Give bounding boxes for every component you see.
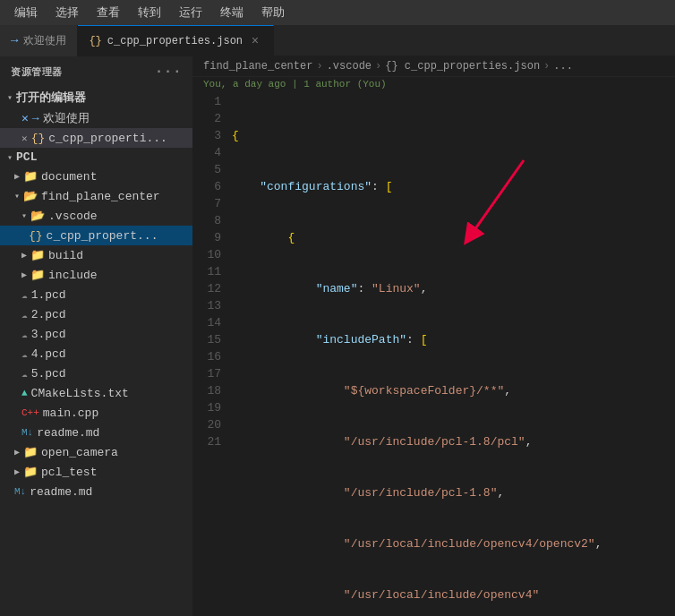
code-editor[interactable]: 12345 678910 1112131415 1617181920 21 { … bbox=[192, 93, 675, 616]
pcd3-icon: ☁ bbox=[21, 329, 28, 340]
sidebar-more-icon[interactable]: ··· bbox=[155, 64, 182, 80]
breadcrumb: find_plane_center › .vscode › {} c_cpp_p… bbox=[192, 56, 675, 77]
pcd3-label: 3.pcd bbox=[31, 328, 66, 341]
line-numbers: 12345 678910 1112131415 1617181920 21 bbox=[192, 93, 228, 616]
breadcrumb-1: find_plane_center bbox=[203, 60, 312, 73]
code-line-5: "includePath": [ bbox=[232, 331, 675, 348]
open-editors-label: 打开的编辑器 bbox=[16, 90, 86, 106]
code-content: { "configurations": [ { "name": "Linux",… bbox=[228, 93, 675, 616]
cpp-icon: C++ bbox=[21, 407, 39, 418]
include-chevron: ▶ bbox=[21, 270, 27, 280]
json-file-icon: {} bbox=[31, 132, 46, 145]
code-line-9: "/usr/local/include/opencv4/opencv2", bbox=[232, 535, 675, 552]
menu-goto[interactable]: 转到 bbox=[131, 3, 168, 22]
pcd5-label: 5.pcd bbox=[31, 367, 66, 381]
menu-terminal[interactable]: 终端 bbox=[213, 3, 251, 22]
pcd1-icon: ☁ bbox=[21, 289, 28, 301]
sidebar-item-vscode[interactable]: ▾ 📂 .vscode bbox=[0, 206, 192, 226]
tab-json[interactable]: {} c_cpp_properties.json × bbox=[78, 25, 274, 56]
sidebar-item-1pcd[interactable]: ☁ 1.pcd bbox=[0, 285, 192, 304]
readme2-label: readme.md bbox=[30, 485, 92, 499]
code-line-2: "configurations": [ bbox=[232, 178, 675, 195]
cpp-props-label: c_cpp_propert... bbox=[47, 229, 158, 243]
breadcrumb-sep2: › bbox=[375, 60, 381, 73]
code-line-1: { bbox=[232, 127, 675, 144]
opencam-label: open_camera bbox=[41, 446, 118, 459]
tab-json-label: c_cpp_properties.json bbox=[107, 35, 243, 47]
sidebar-item-readmemd[interactable]: M↓ readme.md bbox=[0, 423, 192, 442]
find-plane-label: find_plane_center bbox=[41, 190, 160, 203]
pcd5-icon: ☁ bbox=[21, 368, 28, 380]
sidebar-item-pcltest[interactable]: ▶ 📁 pcl_test bbox=[0, 462, 192, 482]
json-icon: {} bbox=[89, 35, 101, 47]
sidebar: 资源管理器 ··· ▾ 打开的编辑器 ✕ → 欢迎使用 ✕ {} c_cpp_p… bbox=[0, 56, 192, 616]
md1-icon: M↓ bbox=[21, 427, 33, 438]
sidebar-item-welcome[interactable]: ✕ → 欢迎使用 bbox=[0, 108, 192, 128]
find-plane-folder-icon: 📂 bbox=[23, 189, 38, 203]
sidebar-item-readme2[interactable]: M↓ readme.md bbox=[0, 482, 192, 501]
build-chevron: ▶ bbox=[21, 250, 27, 261]
sidebar-item-build[interactable]: ▶ 📁 build bbox=[0, 245, 192, 265]
menu-run[interactable]: 运行 bbox=[172, 3, 209, 22]
sidebar-item-json[interactable]: ✕ {} c_cpp_properti... bbox=[0, 128, 192, 148]
code-line-10: "/usr/local/include/opencv4" bbox=[232, 586, 675, 603]
pcd1-label: 1.pcd bbox=[31, 288, 66, 302]
sidebar-item-document[interactable]: ▶ 📁 document bbox=[0, 167, 192, 186]
doc-label: document bbox=[41, 170, 97, 184]
section-open-editors[interactable]: ▾ 打开的编辑器 bbox=[0, 87, 192, 108]
maincpp-label: main.cpp bbox=[43, 406, 98, 420]
breadcrumb-3: {} c_cpp_properties.json bbox=[385, 60, 540, 73]
cmake-icon: ▲ bbox=[21, 388, 28, 398]
breadcrumb-4: ... bbox=[553, 60, 573, 73]
pcd4-icon: ☁ bbox=[21, 348, 28, 360]
json-close-icon: ✕ bbox=[21, 133, 28, 144]
build-label: build bbox=[48, 249, 83, 262]
pcltest-folder-icon: 📁 bbox=[23, 465, 38, 479]
code-line-7: "/usr/include/pcl-1.8/pcl", bbox=[232, 433, 675, 450]
menubar: 编辑 选择 查看 转到 运行 终端 帮助 bbox=[0, 0, 675, 25]
tab-welcome[interactable]: → 欢迎使用 bbox=[0, 25, 78, 56]
tab-json-close[interactable]: × bbox=[248, 34, 262, 48]
sidebar-item-5pcd[interactable]: ☁ 5.pcd bbox=[0, 364, 192, 383]
breadcrumb-sep1: › bbox=[316, 60, 322, 73]
find-plane-chevron: ▾ bbox=[14, 191, 20, 201]
sidebar-item-maincpp[interactable]: C++ main.cpp bbox=[0, 403, 192, 423]
opencam-chevron: ▶ bbox=[14, 447, 20, 458]
sidebar-item-opencamera[interactable]: ▶ 📁 open_camera bbox=[0, 442, 192, 462]
sidebar-item-4pcd[interactable]: ☁ 4.pcd bbox=[0, 344, 192, 364]
menu-view[interactable]: 查看 bbox=[90, 3, 127, 22]
sidebar-item-find-plane[interactable]: ▾ 📂 find_plane_center bbox=[0, 186, 192, 206]
sidebar-item-cpp-props[interactable]: {} c_cpp_propert... bbox=[0, 226, 192, 245]
include-folder-icon: 📁 bbox=[30, 268, 45, 282]
doc-chevron: ▶ bbox=[14, 171, 20, 182]
breadcrumb-sep3: › bbox=[543, 60, 550, 73]
sidebar-item-2pcd[interactable]: ☁ 2.pcd bbox=[0, 304, 192, 324]
code-line-6: "${workspaceFolder}/**", bbox=[232, 382, 675, 399]
welcome-icon: → bbox=[11, 33, 18, 47]
vscode-folder-icon: 📂 bbox=[30, 209, 45, 223]
section-pcl[interactable]: ▾ PCL bbox=[0, 148, 192, 167]
doc-folder-icon: 📁 bbox=[23, 169, 38, 184]
code-line-3: { bbox=[232, 229, 675, 246]
welcome-item-label: 欢迎使用 bbox=[43, 110, 90, 126]
vscode-chevron: ▾ bbox=[21, 210, 27, 221]
build-folder-icon: 📁 bbox=[30, 248, 45, 262]
main-layout: 资源管理器 ··· ▾ 打开的编辑器 ✕ → 欢迎使用 ✕ {} c_cpp_p… bbox=[0, 56, 675, 616]
menu-edit[interactable]: 编辑 bbox=[7, 3, 45, 22]
sidebar-item-3pcd[interactable]: ☁ 3.pcd bbox=[0, 324, 192, 344]
md2-icon: M↓ bbox=[14, 486, 26, 497]
menu-help[interactable]: 帮助 bbox=[254, 3, 292, 22]
menu-select[interactable]: 选择 bbox=[48, 3, 86, 22]
open-editors-chevron: ▾ bbox=[7, 92, 13, 103]
pcltest-label: pcl_test bbox=[41, 466, 97, 479]
welcome-file-icon: ✕ bbox=[21, 111, 29, 125]
tab-welcome-label: 欢迎使用 bbox=[23, 33, 66, 48]
json-item-label: c_cpp_properti... bbox=[48, 132, 167, 145]
vscode-label: .vscode bbox=[48, 210, 98, 223]
sidebar-item-include[interactable]: ▶ 📁 include bbox=[0, 265, 192, 285]
code-line-4: "name": "Linux", bbox=[232, 280, 675, 297]
sidebar-title: 资源管理器 bbox=[11, 65, 63, 79]
editor-area: find_plane_center › .vscode › {} c_cpp_p… bbox=[192, 56, 675, 616]
sidebar-item-cmake[interactable]: ▲ CMakeLists.txt bbox=[0, 383, 192, 403]
git-blame-header: You, a day ago | 1 author (You) bbox=[192, 77, 675, 93]
